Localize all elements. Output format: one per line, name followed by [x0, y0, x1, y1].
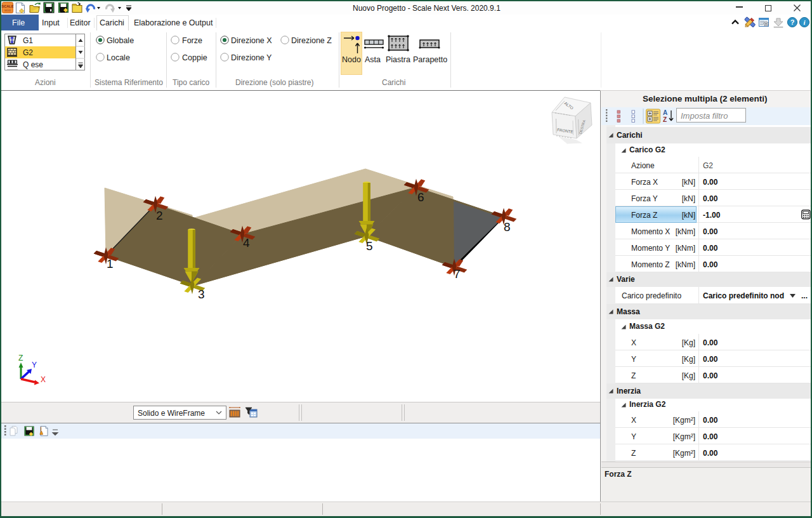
svg-text:2: 2: [156, 209, 163, 222]
svg-text:6: 6: [417, 190, 424, 204]
svg-text:?: ?: [790, 18, 795, 26]
svg-text:5: 5: [366, 239, 373, 253]
svg-text:Z: Z: [18, 354, 23, 362]
svg-text:MOD: MOD: [4, 9, 11, 12]
svg-text:8: 8: [504, 220, 511, 234]
svg-text:Y: Y: [32, 361, 37, 369]
svg-text:7: 7: [454, 267, 461, 281]
svg-text:1: 1: [107, 257, 114, 270]
svg-text:SCALE: SCALE: [2, 4, 14, 8]
svg-text:A: A: [663, 109, 667, 116]
svg-text:Z: Z: [663, 116, 667, 123]
svg-text:X: X: [41, 375, 46, 384]
svg-text:4: 4: [243, 236, 250, 249]
svg-text:3: 3: [198, 288, 205, 301]
